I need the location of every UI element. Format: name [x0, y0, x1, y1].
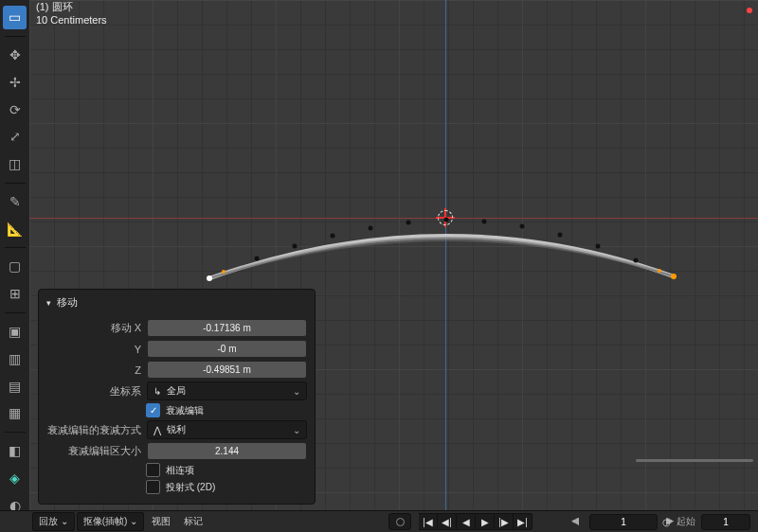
tool-a[interactable]: ▣	[3, 320, 27, 344]
disclosure-triangle-icon: ▾	[46, 298, 51, 308]
transform-tool[interactable]: ◫	[3, 152, 27, 176]
orientation-icon: ↳	[153, 386, 161, 397]
connected-checkbox[interactable]	[146, 463, 160, 477]
svg-point-10	[558, 233, 563, 238]
current-frame-field[interactable]: 1	[589, 514, 658, 530]
marker-menu[interactable]: 标记	[178, 513, 208, 530]
svg-point-7	[444, 218, 449, 222]
connected-label: 相连项	[166, 464, 194, 477]
panel-header[interactable]: ▾ 移动	[46, 293, 307, 311]
key-prev-button[interactable]: ◀|	[438, 513, 457, 530]
tool-d[interactable]: ▦	[3, 401, 27, 425]
falloff-label: 衰减编辑的衰减方式	[46, 423, 141, 437]
start-frame-label: 起始	[677, 515, 695, 528]
floor-strip	[636, 459, 753, 462]
cube-add-icon[interactable]: ⊞	[3, 282, 27, 306]
add-cube-tool[interactable]: ▢	[3, 255, 27, 278]
select-tool[interactable]: ▭	[3, 6, 27, 29]
operator-panel: ▾ 移动 移动 X -0.17136 m Y -0 m Z -0.49851 m…	[38, 289, 316, 505]
auto-key-button[interactable]	[388, 513, 411, 530]
svg-point-0	[207, 275, 212, 281]
grid-scale-label: 10 Centimeters	[36, 13, 107, 27]
prop-edit-label: 衰减编辑	[166, 404, 204, 417]
tool-e[interactable]: ◧	[3, 439, 27, 463]
svg-point-9	[520, 224, 525, 229]
falloff-icon: ⋀	[153, 425, 161, 435]
move-x-label: 移动 X	[46, 321, 141, 335]
orientation-label: 坐标系	[46, 384, 141, 399]
tool-f[interactable]: ◈	[3, 466, 27, 489]
panel-title: 移动	[57, 295, 78, 310]
svg-point-11	[596, 244, 601, 249]
object-name-label: (1) 圆环	[36, 0, 107, 13]
svg-point-8	[482, 220, 487, 224]
scale-tool[interactable]: ⤢	[3, 125, 27, 149]
recording-indicator-icon	[747, 8, 752, 13]
projected-checkbox[interactable]	[146, 480, 160, 494]
prop-edit-checkbox[interactable]: ✓	[146, 403, 160, 417]
orientation-select[interactable]: ↳ 全局	[147, 381, 307, 400]
svg-point-12	[634, 258, 639, 263]
measure-tool[interactable]: 📐	[3, 217, 27, 240]
projected-label: 投射式 (2D)	[166, 481, 215, 494]
timeline-header: 回放 ⌄ 抠像(插帧) ⌄ 视图 标记 |◀ ◀| ◀ ▶ |▶ ▶| ⯇ 1 …	[0, 510, 758, 532]
cursor-tool[interactable]: ✥	[3, 44, 27, 67]
svg-point-4	[331, 234, 335, 239]
falloff-select[interactable]: ⋀ 锐利	[147, 420, 307, 439]
svg-point-2	[255, 257, 260, 261]
prop-size-label: 衰减编辑区大小	[46, 444, 141, 458]
move-z-label: Z	[46, 364, 141, 376]
prop-size-field[interactable]: 2.144	[147, 442, 307, 460]
play-button[interactable]: ▶	[476, 513, 495, 530]
svg-point-1	[222, 270, 226, 274]
overlay-info: (1) 圆环 10 Centimeters	[36, 0, 107, 27]
frame-prev-icon[interactable]: ⯇	[568, 514, 584, 529]
svg-point-6	[406, 221, 411, 225]
keying-menu[interactable]: 抠像(插帧) ⌄	[77, 512, 144, 531]
svg-point-5	[369, 226, 373, 231]
playback-menu[interactable]: 回放 ⌄	[32, 512, 75, 531]
move-y-field[interactable]: -0 m	[147, 340, 307, 358]
move-x-field[interactable]: -0.17136 m	[147, 319, 307, 337]
move-z-field[interactable]: -0.49851 m	[147, 361, 307, 379]
tool-b[interactable]: ▥	[3, 346, 27, 370]
svg-point-13	[658, 269, 661, 273]
clock-icon: ◷	[662, 517, 671, 527]
start-frame-field[interactable]: 1	[701, 514, 750, 530]
tool-c[interactable]: ▤	[3, 374, 27, 398]
svg-point-3	[293, 244, 298, 249]
move-y-label: Y	[46, 344, 141, 355]
key-next-button[interactable]: |▶	[495, 513, 514, 530]
tool-shelf: ▭ ✥ ✢ ⟳ ⤢ ◫ ✎ 📐 ▢ ⊞ ▣ ▥ ▤ ▦ ◧ ◈ ◐	[0, 0, 29, 517]
jump-end-button[interactable]: ▶|	[514, 513, 532, 530]
svg-point-14	[671, 274, 677, 279]
move-tool[interactable]: ✢	[3, 71, 27, 95]
annotate-tool[interactable]: ✎	[3, 190, 27, 214]
view-menu[interactable]: 视图	[146, 513, 176, 530]
jump-start-button[interactable]: |◀	[419, 513, 438, 530]
rotate-tool[interactable]: ⟳	[3, 98, 27, 121]
play-reverse-button[interactable]: ◀	[457, 513, 476, 530]
